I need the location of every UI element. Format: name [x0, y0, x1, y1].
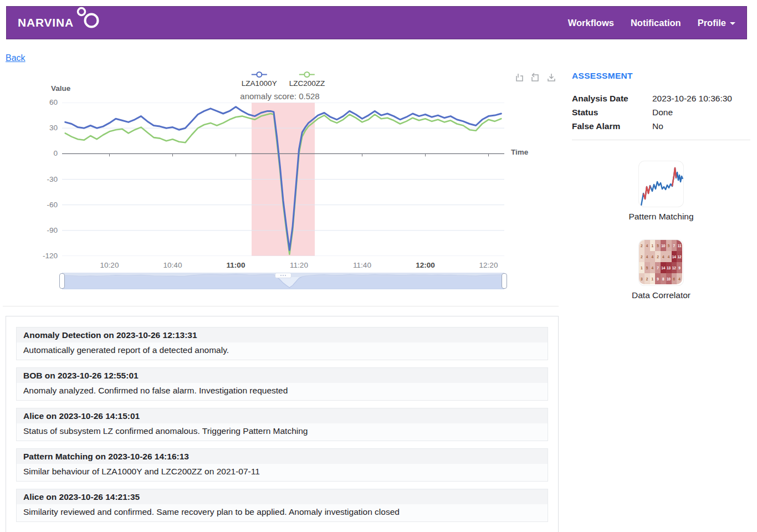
comment-card: Pattern Matching on 2023-10-26 14:16:13S… [16, 448, 548, 482]
heatmap-cell: 1 [639, 262, 645, 273]
comment-card: BOB on 2023-10-26 12:55:01Anomaly analyz… [16, 367, 548, 401]
comment-body: Similarity reviewed and confirmed. Same … [17, 504, 548, 521]
anomaly-chart: LZA1000YLZC200ZZ anomaly score: 0.528 Va… [0, 67, 559, 297]
x-tick-label: 11:20 [290, 261, 308, 269]
comment-card: Alice on 2023-10-26 14:21:35Similarity r… [16, 489, 548, 522]
divider [572, 140, 750, 140]
heatmap-cell: 11 [677, 240, 682, 251]
y-axis-name: Value [51, 84, 70, 93]
y-tick-label: -60 [17, 201, 58, 209]
nav-item-notification[interactable]: Notification [631, 18, 681, 28]
comment-body: Anomaly analyzed. Confirmed no false ala… [17, 383, 548, 400]
heatmap-cell: 13 [666, 262, 672, 273]
heatmap-cell: 2 [639, 251, 645, 262]
pattern-matching-chart-icon [639, 161, 683, 207]
datazoom-handle-right[interactable] [502, 273, 507, 289]
comment-card: Alice on 2023-10-26 14:15:01Status of su… [16, 408, 548, 441]
brand-name: NARVINA [18, 16, 74, 29]
heatmap-cell: 4 [650, 251, 656, 262]
heatmap-cell: 4 [661, 251, 666, 262]
back-link[interactable]: Back [6, 53, 25, 63]
legend-label: LZC200ZZ [289, 79, 325, 88]
legend-item-lzc200zz[interactable]: LZC200ZZ [289, 71, 325, 88]
comment-title: Pattern Matching on 2023-10-26 14:16:13 [17, 449, 548, 464]
nav-item-profile[interactable]: Profile [698, 18, 735, 28]
heatmap-cell: 9 [655, 273, 661, 284]
assessment-row-label: Status [572, 108, 652, 117]
heatmap-cell: 5 [666, 240, 672, 251]
assessment-row-label: False Alarm [572, 121, 652, 131]
comment-body: Similar behaviour of LZA1000Y and LZC200… [17, 464, 548, 481]
save-image-icon[interactable] [546, 73, 556, 83]
heatmap-cell: 2 [645, 273, 650, 284]
restore-icon[interactable] [530, 73, 540, 83]
x-tick-label: 10:20 [100, 261, 119, 269]
datazoom-move-grip[interactable] [275, 273, 291, 278]
top-navbar: NARVINA WorkflowsNotificationProfile [6, 6, 747, 39]
comment-body: Status of subsystem LZ confirmed anomalo… [17, 423, 548, 441]
comment-card: Anomaly Detection on 2023-10-26 12:13:31… [16, 327, 548, 360]
comment-title: Anomaly Detection on 2023-10-26 12:13:31 [17, 328, 548, 342]
heatmap-cell: 12 [672, 262, 677, 273]
data-correlator-label: Data Correlator [632, 290, 690, 300]
y-tick-label: -120 [17, 252, 58, 260]
header-nav: WorkflowsNotificationProfile [568, 18, 735, 28]
x-axis-name: Time [511, 148, 528, 156]
assessment-row-value: No [652, 121, 663, 131]
y-tick-label: -30 [17, 175, 58, 183]
heatmap-cell: 5 [645, 262, 650, 273]
heatmap-cell: 9 [677, 262, 682, 273]
assessment-panel: ASSESSMENT Analysis Date2023-10-26 10:36… [559, 63, 757, 532]
comment-body: Automatically generated report of a dete… [17, 342, 548, 360]
datazoom-handle-left[interactable] [59, 273, 65, 289]
correlator-heatmap: 2415105711244244141215471413129321981064 [639, 240, 682, 284]
analysis-tools: Pattern Matching 24151057112442441412154… [572, 161, 750, 300]
data-correlator-thumbnail[interactable]: 2415105711244244141215471413129321981064 [639, 240, 683, 285]
heatmap-cell: 10 [666, 273, 672, 284]
x-tick-label: 11:40 [353, 261, 371, 269]
heatmap-cell: 8 [661, 273, 666, 284]
heatmap-cell: 4 [650, 262, 656, 273]
legend-marker-icon [298, 71, 316, 78]
heatmap-cell: 5 [655, 240, 661, 251]
assessment-row-value: Done [652, 108, 673, 117]
legend-item-lza1000y[interactable]: LZA1000Y [242, 71, 277, 88]
heatmap-cell: 4 [666, 251, 672, 262]
chevron-down-icon [730, 22, 735, 25]
heatmap-cell: 7 [672, 240, 677, 251]
left-column: LZA1000YLZC200ZZ anomaly score: 0.528 Va… [0, 63, 559, 532]
brand-logo[interactable]: NARVINA [18, 11, 101, 35]
assessment-row-label: Analysis Date [572, 94, 652, 104]
heatmap-cell: 4 [677, 273, 682, 284]
x-tick-label: 12:00 [416, 261, 435, 269]
heatmap-cell: 7 [655, 262, 661, 273]
comment-title: Alice on 2023-10-26 14:21:35 [17, 489, 548, 504]
x-tick-label: 12:20 [479, 261, 498, 269]
heatmap-cell: 14 [661, 262, 666, 273]
divider [3, 306, 559, 306]
heatmap-cell: 12 [677, 251, 682, 262]
y-tick-label: 0 [17, 149, 58, 157]
assessment-row: StatusDone [572, 108, 750, 117]
nav-item-workflows[interactable]: Workflows [568, 18, 614, 28]
y-tick-label: -90 [17, 226, 58, 234]
x-tick-label: 10:40 [163, 261, 182, 269]
pattern-matching-label: Pattern Matching [628, 212, 693, 222]
assessment-title: ASSESSMENT [572, 71, 750, 81]
heatmap-cell: 10 [661, 240, 666, 251]
y-tick-label: 30 [17, 124, 58, 132]
datazoom-slider[interactable] [59, 273, 507, 289]
logo-circles-icon [74, 6, 101, 30]
assessment-row: False AlarmNo [572, 121, 750, 131]
legend-label: LZA1000Y [242, 79, 277, 88]
plot-area [62, 103, 504, 256]
heatmap-cell: 4 [645, 251, 650, 262]
assessment-row: Analysis Date2023-10-26 10:36:30 [572, 94, 750, 104]
heatmap-cell: 1 [650, 240, 656, 251]
comment-log: Anomaly Detection on 2023-10-26 12:13:31… [6, 316, 559, 532]
zoom-select-icon[interactable] [514, 73, 524, 83]
heatmap-cell: 2 [639, 240, 645, 251]
heatmap-cell: 1 [650, 273, 656, 284]
pattern-matching-thumbnail[interactable] [639, 161, 683, 207]
legend-marker-icon [250, 71, 268, 78]
